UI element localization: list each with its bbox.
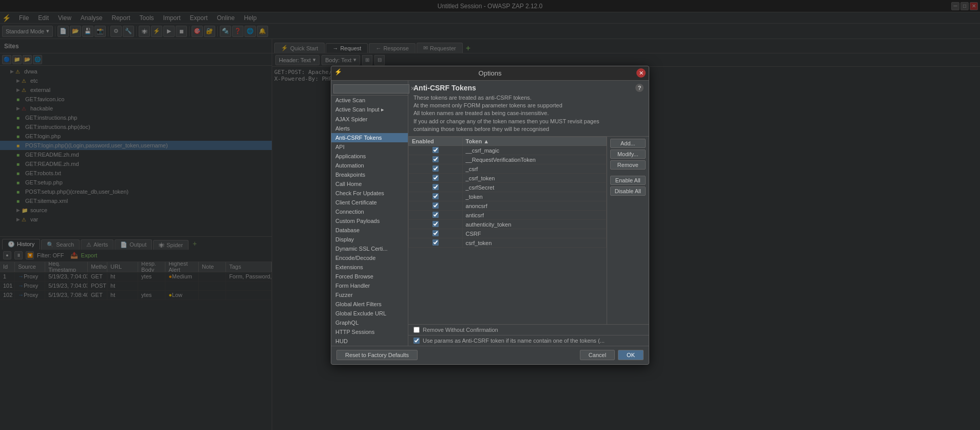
modal-nav-encode-decode[interactable]: Encode/Decode — [331, 253, 408, 263]
modal-nav-breakpoints[interactable]: Breakpoints — [331, 170, 408, 179]
disable-all-button[interactable]: Disable All — [610, 186, 646, 196]
use-params-row: Use params as Anti-CSRF token if its nam… — [408, 335, 649, 346]
token-row[interactable]: _csrfSecret — [409, 183, 607, 192]
token-enabled-cell — [409, 201, 463, 211]
token-row[interactable]: _token — [409, 192, 607, 201]
modal-desc-line-5: containing those tokens before they will… — [413, 125, 644, 133]
modal-overlay: ⚡ Options ✕ ✕ Active Scan Active Scan In… — [0, 0, 980, 430]
modal-nav-connection[interactable]: Connection — [331, 207, 408, 216]
token-checkbox[interactable] — [432, 156, 439, 162]
modal-nav-database[interactable]: Database — [331, 226, 408, 235]
modal-section-title-text: Anti-CSRF Tokens — [413, 84, 476, 92]
tokens-list: Enabled Token ▲ __csrf_magic __RequestVe… — [408, 137, 607, 324]
token-checkbox[interactable] — [432, 184, 439, 190]
tokens-col-token: Token ▲ — [462, 137, 606, 146]
tokens-table: Enabled Token ▲ __csrf_magic __RequestVe… — [408, 137, 607, 248]
modal-nav-extensions[interactable]: Extensions — [331, 263, 408, 272]
modal-desc-line-1: These tokens are treated as anti-CSRF to… — [413, 94, 644, 102]
modal-nav-forced-browse[interactable]: Forced Browse — [331, 272, 408, 281]
token-name-cell: csrf_token — [462, 238, 606, 248]
modal-nav-active-scan[interactable]: Active Scan — [331, 96, 408, 105]
token-checkbox[interactable] — [432, 221, 439, 227]
remove-without-confirm-checkbox[interactable] — [413, 327, 420, 333]
token-enabled-cell — [409, 174, 463, 183]
token-checkbox[interactable] — [432, 175, 439, 181]
modal-close-button[interactable]: ✕ — [636, 68, 646, 78]
token-row[interactable]: _csrf_token — [409, 174, 607, 183]
token-enabled-cell — [409, 183, 463, 192]
modal-nav: ✕ Active Scan Active Scan Input ▸ AJAX S… — [331, 81, 408, 346]
token-row[interactable]: _csrf — [409, 164, 607, 174]
modal-nav-ajax-spider[interactable]: AJAX Spider — [331, 115, 408, 124]
modal-desc-line-3: All token names are treated as being cas… — [413, 109, 644, 117]
token-enabled-cell — [409, 238, 463, 248]
token-actions-panel: Add... Modify... Remove Enable All Disab… — [607, 137, 649, 324]
modal-nav-hud[interactable]: HUD — [331, 336, 408, 346]
modal-nav-active-scan-input[interactable]: Active Scan Input ▸ — [331, 105, 408, 115]
token-enabled-cell — [409, 192, 463, 201]
modify-token-button[interactable]: Modify... — [610, 149, 646, 159]
modal-nav-anti-csrf[interactable]: Anti-CSRF Tokens — [331, 133, 408, 142]
token-name-cell: anoncsrf — [462, 201, 606, 211]
modal-nav-check-updates[interactable]: Check For Updates — [331, 189, 408, 198]
modal-nav-search-area: ✕ — [331, 83, 408, 96]
modal-nav-global-exclude-url[interactable]: Global Exclude URL — [331, 309, 408, 318]
token-name-cell: _csrf — [462, 164, 606, 174]
token-name-cell: __RequestVerificationToken — [462, 155, 606, 164]
token-row[interactable]: __RequestVerificationToken — [409, 155, 607, 164]
modal-nav-form-handler[interactable]: Form Handler — [331, 281, 408, 290]
modal-body: ✕ Active Scan Active Scan Input ▸ AJAX S… — [331, 81, 649, 346]
cancel-button[interactable]: Cancel — [580, 350, 615, 360]
token-name-cell: CSRF — [462, 229, 606, 238]
modal-nav-dynamic-ssl[interactable]: Dynamic SSL Certi... — [331, 244, 408, 253]
token-row[interactable]: __csrf_magic — [409, 146, 607, 155]
token-row[interactable]: CSRF — [409, 229, 607, 238]
modal-search-input[interactable] — [333, 84, 409, 94]
modal-desc-line-4: If you add or change any of the token na… — [413, 118, 644, 125]
token-name-cell: __csrf_magic — [462, 146, 606, 155]
use-params-checkbox[interactable] — [413, 338, 420, 344]
modal-nav-http-sessions[interactable]: HTTP Sessions — [331, 327, 408, 336]
token-enabled-cell — [409, 146, 463, 155]
remove-token-button[interactable]: Remove — [610, 160, 646, 170]
token-name-cell: _csrf_token — [462, 174, 606, 183]
modal-nav-fuzzer[interactable]: Fuzzer — [331, 290, 408, 300]
token-checkbox[interactable] — [432, 212, 439, 218]
modal-nav-display[interactable]: Display — [331, 235, 408, 244]
token-name-cell: _csrfSecret — [462, 183, 606, 192]
reset-factory-button[interactable]: Reset to Factory Defaults — [336, 350, 418, 360]
token-row[interactable]: anoncsrf — [409, 201, 607, 211]
token-row[interactable]: csrf_token — [409, 238, 607, 248]
modal-nav-alerts[interactable]: Alerts — [331, 124, 408, 133]
token-enabled-cell — [409, 220, 463, 229]
token-row[interactable]: anticsrf — [409, 211, 607, 220]
token-row[interactable]: authenticity_token — [409, 220, 607, 229]
token-checkbox[interactable] — [432, 202, 439, 209]
modal-section-content: Anti-CSRF Tokens ? These tokens are trea… — [408, 81, 649, 346]
token-name-cell: authenticity_token — [462, 220, 606, 229]
modal-nav-api[interactable]: API — [331, 142, 408, 152]
token-checkbox[interactable] — [432, 165, 439, 172]
modal-footer: Reset to Factory Defaults Cancel OK — [331, 346, 649, 364]
token-checkbox[interactable] — [432, 239, 439, 246]
modal-nav-graphql[interactable]: GraphQL — [331, 318, 408, 327]
token-checkbox[interactable] — [432, 230, 439, 236]
token-checkbox[interactable] — [432, 147, 439, 153]
token-checkbox[interactable] — [432, 193, 439, 199]
token-name-cell: anticsrf — [462, 211, 606, 220]
modal-nav-custom-payloads[interactable]: Custom Payloads — [331, 216, 408, 226]
ok-button[interactable]: OK — [618, 350, 644, 360]
modal-nav-applications[interactable]: Applications — [331, 152, 408, 161]
modal-nav-automation[interactable]: Automation — [331, 161, 408, 170]
modal-desc-line-2: At the moment only FORM parameter tokens… — [413, 102, 644, 109]
enable-all-button[interactable]: Enable All — [610, 176, 646, 185]
modal-title-bar: ⚡ Options ✕ — [331, 66, 649, 81]
remove-confirm-row: Remove Without Confirmation — [408, 324, 649, 335]
options-modal: ⚡ Options ✕ ✕ Active Scan Active Scan In… — [331, 66, 649, 365]
modal-nav-global-alert-filters[interactable]: Global Alert Filters — [331, 300, 408, 309]
add-token-button[interactable]: Add... — [610, 139, 646, 148]
modal-nav-call-home[interactable]: Call Home — [331, 179, 408, 189]
modal-nav-client-cert[interactable]: Client Certificate — [331, 198, 408, 207]
remove-without-confirm-label: Remove Without Confirmation — [423, 327, 498, 333]
modal-help-button[interactable]: ? — [635, 84, 644, 92]
